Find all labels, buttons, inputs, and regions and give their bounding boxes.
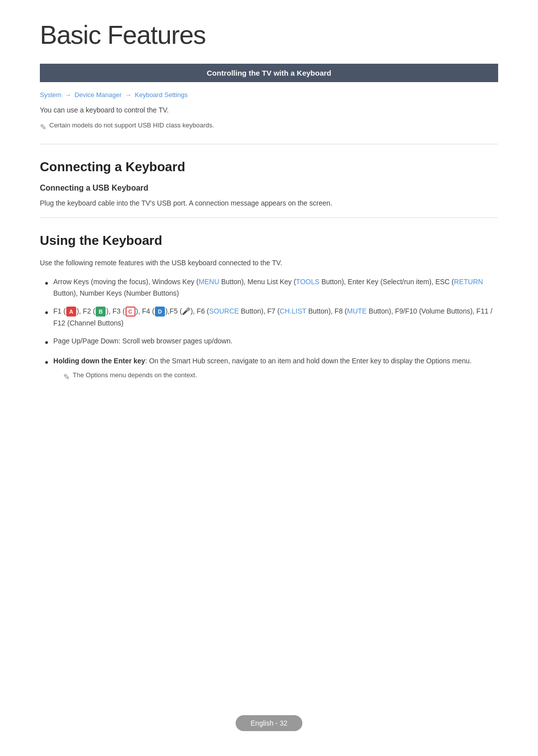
list-item: • F1 (A), F2 (B), F3 (C), F4 (D),F5 (🎤),… <box>45 306 498 329</box>
section-header-title: Controlling the TV with a Keyboard <box>207 69 331 77</box>
intro-text: You can use a keyboard to control the TV… <box>40 105 498 115</box>
mic-symbol: 🎤 <box>182 307 190 315</box>
badge-b: B <box>96 307 106 317</box>
badge-c: C <box>126 307 135 317</box>
bullet-dot-1: • <box>45 276 48 290</box>
bullet-content-1: Arrow Keys (moving the focus), Windows K… <box>53 276 498 300</box>
return-keyword: RETURN <box>454 278 483 286</box>
using-keyboard-title: Using the Keyboard <box>40 233 498 248</box>
footer-bar: English - 32 <box>0 715 538 731</box>
list-item: • Page Up/Page Down: Scroll web browser … <box>45 335 498 349</box>
bullet-content-2: F1 (A), F2 (B), F3 (C), F4 (D),F5 (🎤), F… <box>53 306 498 329</box>
section-header-bar: Controlling the TV with a Keyboard <box>40 64 498 82</box>
using-keyboard-intro: Use the following remote features with t… <box>40 257 498 269</box>
bullet-content-4: Holding down the Enter key: On the Smart… <box>53 355 498 383</box>
bold-enter-key: Holding down the Enter key <box>53 357 145 365</box>
breadcrumb-device-manager[interactable]: Device Manager <box>75 91 122 99</box>
mute-keyword: MUTE <box>347 307 367 315</box>
note-icon-2: ✎ <box>63 371 70 384</box>
note-text: Certain models do not support USB HID cl… <box>49 120 214 131</box>
chlist-keyword: CH.LIST <box>279 307 306 315</box>
section-divider-2 <box>40 217 498 218</box>
badge-d: D <box>155 307 165 317</box>
list-item: • Arrow Keys (moving the focus), Windows… <box>45 276 498 300</box>
usb-keyboard-title: Connecting a USB Keyboard <box>40 184 498 193</box>
bullet-dot-4: • <box>45 355 48 369</box>
page-container: Basic Features Controlling the TV with a… <box>0 0 538 756</box>
usb-keyboard-text: Plug the keyboard cable into the TV's US… <box>40 198 498 210</box>
keyboard-features-list: • Arrow Keys (moving the focus), Windows… <box>40 276 498 384</box>
breadcrumb-arrow2: → <box>125 91 132 99</box>
breadcrumb-arrow1: → <box>65 91 71 99</box>
list-item: • Holding down the Enter key: On the Sma… <box>45 355 498 383</box>
footer-badge: English - 32 <box>236 715 302 731</box>
section-divider-1 <box>40 144 498 144</box>
note-sub-options: ✎ The Options menu depends on the contex… <box>63 370 498 384</box>
source-keyword: SOURCE <box>209 307 239 315</box>
note-item: ✎ Certain models do not support USB HID … <box>40 120 498 134</box>
note-sub-text: The Options menu depends on the context. <box>73 370 197 381</box>
connecting-keyboard-title: Connecting a Keyboard <box>40 159 498 175</box>
breadcrumb-system[interactable]: System <box>40 91 61 99</box>
bullet-dot-3: • <box>45 335 48 349</box>
breadcrumb: System → Device Manager → Keyboard Setti… <box>40 91 498 99</box>
bullet-dot-2: • <box>45 306 48 320</box>
badge-a: A <box>66 307 76 317</box>
note-icon: ✎ <box>40 121 46 134</box>
menu-keyword: MENU <box>199 278 219 286</box>
tools-keyword: TOOLS <box>296 278 319 286</box>
page-title: Basic Features <box>40 20 498 50</box>
breadcrumb-keyboard-settings[interactable]: Keyboard Settings <box>135 91 188 99</box>
bullet-content-3: Page Up/Page Down: Scroll web browser pa… <box>53 335 498 347</box>
